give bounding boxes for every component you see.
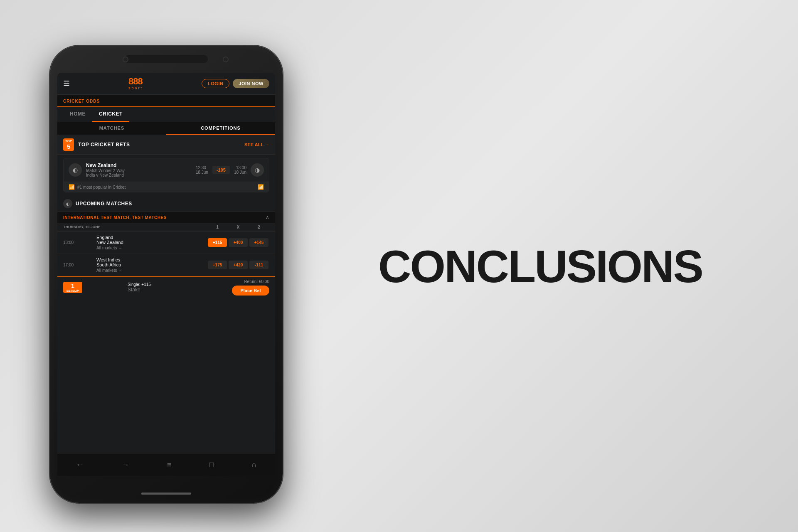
- bet-team-name: New Zealand: [86, 163, 192, 168]
- wifi-icon-left: 📶: [69, 184, 75, 190]
- odds-btn-1-1[interactable]: +115: [208, 238, 227, 247]
- odds-table-header: THURSDAY, 10 JUNE 1 X 2: [57, 223, 275, 232]
- place-bet-button[interactable]: Place Bet: [232, 286, 269, 296]
- logo-number: 888: [128, 77, 143, 86]
- all-markets-2[interactable]: All markets →: [96, 268, 207, 273]
- bet-time-right: 13:00 10 Jun: [234, 165, 246, 175]
- nav-back-icon[interactable]: ←: [76, 461, 84, 469]
- match-category-text: INTERNATIONAL TEST MATCH, TEST MATCHES: [63, 215, 167, 220]
- betslip-count-badge: 1 BETSLIP: [63, 282, 82, 293]
- upcoming-header: ◐ UPCOMING MATCHES: [57, 196, 275, 212]
- bet-date-left: 18 Jun: [196, 170, 208, 175]
- cricket-odds-label: CRICKET ODDS: [63, 99, 100, 103]
- hamburger-menu[interactable]: ☰: [63, 79, 70, 88]
- join-button[interactable]: JOIN NOW: [233, 79, 269, 88]
- nav-menu-icon[interactable]: ≡: [167, 461, 172, 469]
- conclusions-area: CONCLUSIONS: [283, 240, 798, 293]
- see-all-link[interactable]: SEE ALL →: [244, 142, 269, 147]
- conclusions-text: CONCLUSIONS: [378, 240, 702, 293]
- top-label: TOP: [65, 139, 72, 143]
- team1-2: West Indies: [96, 257, 207, 262]
- col-1: 1: [207, 225, 228, 229]
- phone-screen: ☰ 888 sport LOGIN JOIN NOW CRICKET ODDS …: [57, 73, 275, 476]
- team2-2: South Africa: [96, 262, 207, 267]
- odds-btn-2-x[interactable]: +420: [229, 261, 248, 269]
- nav-tab-icon[interactable]: □: [209, 461, 214, 469]
- cricket-odds-bar: CRICKET ODDS: [57, 95, 275, 107]
- wifi-icon-right: 📶: [258, 184, 264, 190]
- popular-text: #1 most popular in Cricket: [77, 185, 126, 190]
- match-row-1: 13:00 England New Zealand All markets → …: [57, 232, 275, 254]
- popular-bar: 📶 #1 most popular in Cricket 📶: [64, 182, 269, 192]
- odds-btn-2-1[interactable]: +175: [208, 261, 227, 269]
- bet-date-right: 10 Jun: [234, 170, 246, 175]
- sub-tabs: MATCHES COMPETITIONS: [57, 122, 275, 135]
- top-bets-header: TOP 5 TOP CRICKET BETS SEE ALL →: [57, 135, 275, 155]
- team-logo-right: ◑: [251, 163, 264, 177]
- phone-device: ☰ 888 sport LOGIN JOIN NOW CRICKET ODDS …: [50, 46, 283, 503]
- bet-match: India v New Zealand: [86, 173, 192, 177]
- odds-btn-1-2[interactable]: +145: [249, 238, 268, 247]
- betslip-right: Return: €0.00 Place Bet: [232, 279, 269, 296]
- match-row-2: 17:00 West Indies South Africa All marke…: [57, 254, 275, 276]
- bet-odds-badge[interactable]: -105: [212, 166, 230, 174]
- betslip-bar: 1 BETSLIP Single: +115 Return: €0.00 Pla…: [57, 276, 275, 298]
- return-text: Return: €0.00: [244, 279, 269, 284]
- odds-btn-2-2[interactable]: -111: [249, 261, 268, 269]
- betslip-tab-label: BETSLIP: [66, 289, 79, 292]
- bet-market: Match Winner 2-Way: [86, 168, 192, 173]
- nav-home-icon[interactable]: ⌂: [252, 461, 256, 469]
- match-time-1: 13:00: [63, 240, 96, 246]
- speaker-bar: [125, 55, 208, 63]
- match-teams-2: West Indies South Africa All markets →: [96, 257, 207, 273]
- login-button[interactable]: LOGIN: [202, 79, 229, 88]
- stake-input[interactable]: [128, 287, 190, 293]
- app-header: ☰ 888 sport LOGIN JOIN NOW: [57, 73, 275, 95]
- home-indicator: [141, 493, 191, 495]
- match-time-2: 17:00: [63, 262, 96, 268]
- bottom-navigation: ← → ≡ □ ⌂: [57, 453, 275, 476]
- header-buttons: LOGIN JOIN NOW: [202, 79, 269, 88]
- nav-cricket[interactable]: CRICKET: [92, 107, 129, 122]
- match-category[interactable]: INTERNATIONAL TEST MATCH, TEST MATCHES ∧: [57, 212, 275, 223]
- bet-time-right-value: 13:00: [234, 165, 246, 170]
- team1-1: England: [96, 235, 207, 240]
- col-2: 2: [249, 225, 269, 229]
- logo: 888 sport: [128, 77, 143, 90]
- top-number: 5: [65, 143, 72, 150]
- scrollable-content: TOP 5 TOP CRICKET BETS SEE ALL → ◐ New Z…: [57, 135, 275, 476]
- camera-right: [223, 57, 229, 62]
- nav-forward-icon[interactable]: →: [122, 461, 129, 469]
- top-badge: TOP 5: [63, 138, 74, 151]
- date-col: THURSDAY, 10 JUNE: [63, 225, 207, 229]
- bet-card[interactable]: ◐ New Zealand Match Winner 2-Way India v…: [63, 158, 269, 192]
- bet-time-value: 12:30: [196, 165, 208, 170]
- all-markets-1[interactable]: All markets →: [96, 246, 207, 250]
- chevron-up-icon: ∧: [266, 214, 269, 220]
- betslip-left: Single: +115: [128, 282, 190, 293]
- bet-time-left: 12:30 18 Jun: [196, 165, 208, 175]
- tab-matches[interactable]: MATCHES: [57, 122, 166, 135]
- match-teams-1: England New Zealand All markets →: [96, 235, 207, 250]
- main-nav: HOME CRICKET: [57, 107, 275, 122]
- bet-card-inner: ◐ New Zealand Match Winner 2-Way India v…: [64, 158, 269, 182]
- phone-frame: ☰ 888 sport LOGIN JOIN NOW CRICKET ODDS …: [50, 46, 283, 503]
- odds-btn-1-x[interactable]: +400: [229, 238, 248, 247]
- team-logo-left: ◐: [69, 163, 82, 177]
- tab-competitions[interactable]: COMPETITIONS: [166, 122, 275, 135]
- team2-1: New Zealand: [96, 240, 207, 245]
- upcoming-title: UPCOMING MATCHES: [76, 201, 132, 207]
- top-bets-title: TOP CRICKET BETS: [78, 142, 244, 148]
- betslip-count: 1: [66, 283, 79, 289]
- logo-sport: sport: [128, 86, 143, 90]
- bet-info: New Zealand Match Winner 2-Way India v N…: [86, 163, 192, 177]
- camera-left: [123, 57, 128, 62]
- nav-home[interactable]: HOME: [63, 107, 92, 122]
- col-x: X: [228, 225, 249, 229]
- single-text: Single: +115: [128, 282, 151, 287]
- upcoming-logo: ◐: [63, 199, 72, 208]
